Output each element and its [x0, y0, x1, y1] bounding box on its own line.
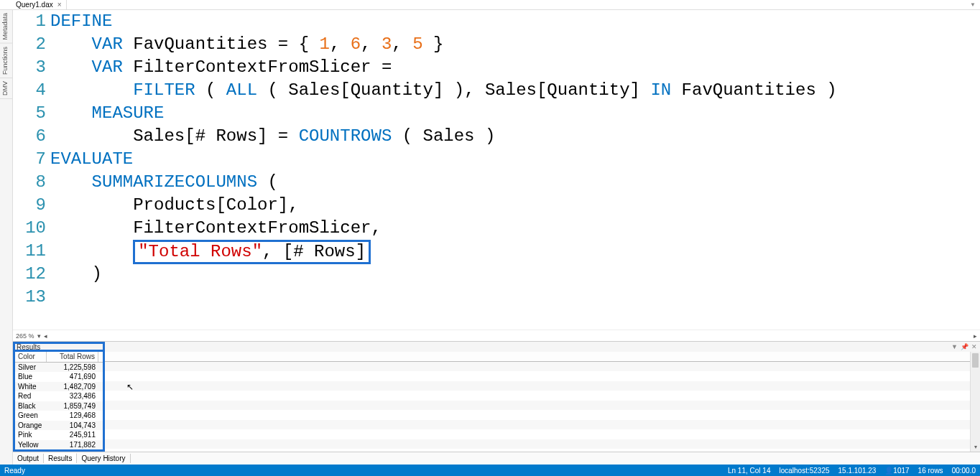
bottom-tab-output[interactable]: Output [13, 454, 44, 463]
column-header[interactable]: Color [15, 352, 47, 362]
code-area[interactable]: DEFINE VAR FavQuantities = { 1, 6, 3, 5 … [50, 10, 980, 330]
main-area: Metadata Functions DMV 12345678910111213… [0, 10, 980, 465]
results-panel: Results ▼ 📌 ✕ ColorTotal RowsSilver1,225… [13, 341, 980, 452]
results-empty-area [105, 352, 970, 452]
side-tab-metadata[interactable]: Metadata [0, 10, 12, 44]
table-row[interactable]: Orange104,743 [15, 421, 103, 431]
status-cursor: Ln 11, Col 14 [728, 467, 771, 475]
column-header[interactable]: Total Rows [47, 352, 98, 362]
results-panel-title: Results [13, 342, 105, 352]
highlighted-expression: "Total Rows", [# Rows] [133, 240, 371, 264]
table-row[interactable]: Red323,486 [15, 391, 103, 401]
zoom-level[interactable]: 265 % [16, 332, 34, 340]
side-tab-dmv[interactable]: DMV [0, 78, 12, 99]
scroll-left-icon[interactable]: ◂ [44, 332, 47, 340]
panel-dropdown-icon[interactable]: ▼ [951, 343, 958, 350]
editor-wrap: 12345678910111213 DEFINE VAR FavQuantiti… [13, 10, 980, 465]
table-row[interactable]: Silver1,225,598 [15, 363, 103, 373]
dropdown-icon[interactable]: ▼ [970, 1, 980, 8]
results-scrollbar[interactable]: ▾ [970, 352, 980, 452]
code-editor[interactable]: 12345678910111213 DEFINE VAR FavQuantiti… [13, 10, 980, 330]
status-users: 👤1017 [884, 467, 909, 475]
file-tab-label: Query1.dax [16, 1, 53, 9]
table-row[interactable]: Blue471,690 [15, 372, 103, 382]
bottom-tabstrip: OutputResultsQuery History [13, 452, 980, 465]
table-row[interactable]: Black1,859,749 [15, 401, 103, 411]
file-tab[interactable]: Query1.dax × [13, 0, 67, 9]
close-icon[interactable]: × [56, 1, 63, 9]
status-rows: 16 rows [918, 467, 943, 475]
status-ready: Ready [4, 467, 25, 475]
zoom-dropdown-icon[interactable]: ▾ [37, 332, 41, 340]
scroll-down-icon[interactable]: ▾ [971, 444, 980, 450]
side-tab-strip: Metadata Functions DMV [0, 10, 13, 465]
table-row[interactable]: Yellow171,882 [15, 440, 103, 450]
panel-pin-icon[interactable]: 📌 [961, 343, 969, 350]
scroll-right-icon[interactable]: ▸ [974, 332, 977, 340]
file-tabstrip: Query1.dax × ▼ [0, 0, 980, 10]
status-bar: Ready Ln 11, Col 14 localhost:52325 15.1… [0, 465, 980, 476]
zoom-bar: 265 % ▾ ◂ ▸ [13, 330, 980, 341]
scrollbar-thumb[interactable] [972, 353, 979, 368]
results-title-text: Results [17, 343, 40, 351]
side-tab-functions[interactable]: Functions [0, 44, 12, 78]
table-row[interactable]: Green129,468 [15, 411, 103, 421]
status-host: localhost:52325 [779, 467, 829, 475]
panel-close-icon[interactable]: ✕ [971, 343, 977, 350]
line-gutter: 12345678910111213 [13, 10, 50, 330]
results-grid[interactable]: ColorTotal RowsSilver1,225,598Blue471,69… [13, 352, 105, 452]
table-row[interactable]: White1,482,709 [15, 382, 103, 392]
bottom-tab-results[interactable]: Results [44, 453, 77, 463]
bottom-tab-query-history[interactable]: Query History [77, 454, 130, 463]
status-time: 00:00.0 [952, 467, 976, 475]
table-row[interactable]: Pink245,911 [15, 430, 103, 440]
status-version: 15.1.101.23 [838, 467, 877, 475]
